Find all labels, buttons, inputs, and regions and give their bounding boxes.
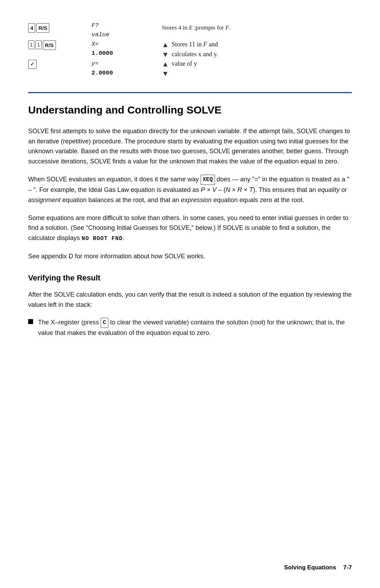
table-row-3-keys: ✓ bbox=[28, 59, 91, 78]
table-row-1-display: F? value bbox=[91, 21, 162, 40]
bullet-square-1 bbox=[28, 319, 33, 324]
key-rs-2: R/S bbox=[43, 40, 56, 50]
display-f-prompt: F? bbox=[91, 21, 162, 30]
arrow-up-2: ▲ bbox=[162, 60, 169, 67]
table-row-3-desc: ▲ value of y ▼ bbox=[162, 59, 352, 78]
desc-text-2a: Stores 11 in F and bbox=[172, 40, 218, 50]
key-4: 4 bbox=[28, 23, 35, 33]
arrow-down-2: ▼ bbox=[162, 70, 169, 77]
table-row-2-desc: ▲ Stores 11 in F and ▼ calculates x and … bbox=[162, 40, 352, 59]
desc-text-2b: calculates x and y. bbox=[172, 50, 218, 59]
desc-row-3b: ▼ bbox=[162, 69, 352, 78]
section2-para-1: After the SOLVE calculation ends, you ca… bbox=[28, 290, 352, 310]
desc-row-1: Stores 4 in E ;prompts for F. bbox=[162, 23, 230, 32]
bullet-item-1: The X–register (press C to clear the vie… bbox=[28, 317, 352, 338]
section1-para-3: Some equations are more difficult to sol… bbox=[28, 213, 352, 244]
table-section: 4 R/S F? value Stores 4 in E ;prompts fo… bbox=[28, 21, 352, 78]
table-row-2-keys: 1 1 R/S bbox=[28, 40, 91, 59]
bullet-text-1: The X–register (press C to clear the vie… bbox=[38, 317, 352, 338]
table-row-1-desc: Stores 4 in E ;prompts for F. bbox=[162, 21, 352, 40]
section-divider bbox=[28, 92, 352, 93]
desc-text-3a: value of y bbox=[172, 59, 197, 69]
display-1000: 1.0000 bbox=[91, 49, 162, 58]
section1-heading: Understanding and Controlling SOLVE bbox=[28, 102, 352, 118]
desc-row-2a: ▲ Stores 11 in F and bbox=[162, 40, 352, 50]
desc-text-1: Stores 4 in E ;prompts for F. bbox=[162, 23, 230, 32]
key-chevron-down: ✓ bbox=[28, 60, 37, 69]
table-row-3-display: y= 2.0000 bbox=[91, 59, 162, 78]
display-value-1: value bbox=[91, 30, 162, 39]
section1-para-1: SOLVE first attempts to solve the equati… bbox=[28, 126, 352, 167]
arrow-down-1: ▼ bbox=[162, 51, 169, 58]
display-2000: 2.0000 bbox=[91, 69, 162, 78]
table-row-1-keys: 4 R/S bbox=[28, 21, 91, 40]
footer-section-label: Solving Equations bbox=[284, 563, 336, 572]
table-grid: 4 R/S F? value Stores 4 in E ;prompts fo… bbox=[28, 21, 352, 78]
display-y-eq: y= bbox=[91, 59, 162, 68]
c-key: C bbox=[101, 318, 108, 328]
section1-para-2: When SOLVE evaluates an equation, it doe… bbox=[28, 174, 352, 205]
arrow-up-1: ▲ bbox=[162, 41, 169, 48]
bullet-list: The X–register (press C to clear the vie… bbox=[28, 317, 352, 338]
xeq-key: XEQ bbox=[201, 175, 215, 185]
section2-heading: Verifying the Result bbox=[28, 272, 352, 284]
footer-page-number: 7-7 bbox=[343, 563, 352, 572]
key-1a: 1 bbox=[28, 40, 34, 50]
section1-para-4: See appendix D for more information abou… bbox=[28, 251, 352, 261]
key-1b: 1 bbox=[36, 40, 42, 50]
desc-row-2b: ▼ calculates x and y. bbox=[162, 50, 352, 59]
no-root-fnd-text: NO ROOT FND bbox=[82, 235, 123, 242]
page-footer: Solving Equations 7-7 bbox=[0, 563, 380, 572]
key-rs-1: R/S bbox=[36, 23, 49, 33]
display-x-eq: X= bbox=[91, 40, 162, 49]
table-row-2-display: X= 1.0000 bbox=[91, 40, 162, 59]
desc-row-3a: ▲ value of y bbox=[162, 59, 352, 69]
